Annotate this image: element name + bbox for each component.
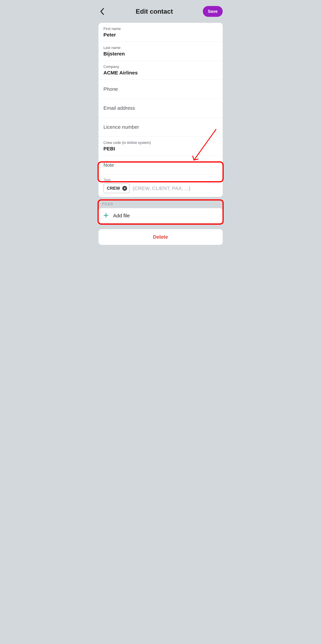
licence-input[interactable] <box>104 124 218 130</box>
crew-code-row[interactable]: Crew code (in Airline system) <box>99 137 223 156</box>
phone-input[interactable] <box>104 86 218 92</box>
company-row[interactable]: Company <box>99 61 223 80</box>
phone-row[interactable] <box>99 80 223 99</box>
tag-remove-button[interactable] <box>122 186 127 191</box>
first-name-input[interactable] <box>104 32 218 38</box>
tag-chip-label: CREW <box>107 186 120 191</box>
header-bar: Edit contact Save <box>96 0 226 23</box>
last-name-row[interactable]: Last name <box>99 42 223 61</box>
licence-row[interactable] <box>99 118 223 137</box>
first-name-row[interactable]: First name <box>99 23 223 42</box>
edit-contact-screen: Edit contact Save First name Last name C… <box>96 0 226 259</box>
crew-code-input[interactable] <box>104 146 218 152</box>
files-section-label: FILES <box>102 202 226 206</box>
tags-line: CREW <box>104 183 218 193</box>
last-name-label: Last name <box>104 46 218 50</box>
first-name-label: First name <box>104 27 218 31</box>
back-button[interactable] <box>99 8 106 15</box>
tags-input[interactable] <box>133 186 218 191</box>
tag-chip-crew: CREW <box>104 183 130 193</box>
tags-label: Tags <box>104 178 218 182</box>
close-icon <box>124 187 126 190</box>
plus-icon <box>104 213 109 218</box>
chevron-left-icon <box>100 8 104 15</box>
add-file-button[interactable]: Add file <box>99 208 223 223</box>
contact-form-card: First name Last name Company Crew code (… <box>99 23 223 197</box>
crew-code-label: Crew code (in Airline system) <box>104 140 218 145</box>
add-file-label: Add file <box>113 213 130 218</box>
last-name-input[interactable] <box>104 51 218 56</box>
note-input[interactable] <box>104 162 218 168</box>
tags-row[interactable]: Tags CREW <box>99 175 223 197</box>
email-input[interactable] <box>104 105 218 111</box>
company-input[interactable] <box>104 70 218 76</box>
save-button[interactable]: Save <box>203 6 222 17</box>
company-label: Company <box>104 64 218 69</box>
delete-button[interactable]: Delete <box>99 229 223 245</box>
email-row[interactable] <box>99 99 223 118</box>
note-row[interactable] <box>99 156 223 175</box>
page-title: Edit contact <box>106 8 203 15</box>
